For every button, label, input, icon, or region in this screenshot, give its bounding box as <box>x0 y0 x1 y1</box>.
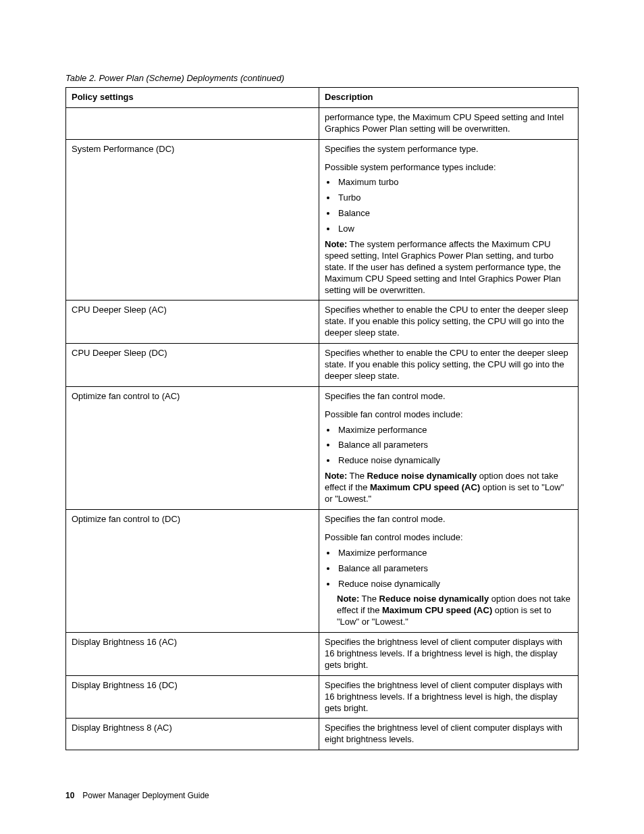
policy-table: Policy settings Description performance … <box>65 87 579 750</box>
table-header-row: Policy settings Description <box>66 88 579 108</box>
note-bold: Reduce noise dynamically <box>367 471 477 481</box>
table-row: CPU Deeper Sleep (DC) Specifies whether … <box>66 344 579 387</box>
description-cell: Specifies the system performance type. P… <box>319 139 579 301</box>
table-row: System Performance (DC) Specifies the sy… <box>66 139 579 301</box>
list-item: Reduce noise dynamically <box>337 579 572 590</box>
list-item: Low <box>337 224 572 235</box>
note-label: Note: <box>325 239 347 249</box>
description-cell: Specifies the fan control mode. Possible… <box>319 386 579 509</box>
desc-note: Note: The Reduce noise dynamically optio… <box>325 471 572 505</box>
policy-cell: CPU Deeper Sleep (DC) <box>66 344 319 387</box>
policy-cell: Optimize fan control to (DC) <box>66 509 319 632</box>
desc-list: Maximize performance Balance all paramet… <box>325 425 572 467</box>
note-label: Note: <box>337 594 359 604</box>
note-text: The system performance affects the Maxim… <box>325 239 561 295</box>
description-cell: performance type, the Maximum CPU Speed … <box>319 107 579 139</box>
list-item: Turbo <box>337 192 572 204</box>
table-row: Display Brightness 16 (DC) Specifies the… <box>66 675 579 719</box>
list-item: Maximize performance <box>337 425 572 436</box>
desc-list-intro: Possible fan control modes include: <box>325 409 572 421</box>
list-item: Balance all parameters <box>337 440 572 451</box>
desc-intro: Specifies the fan control mode. <box>325 391 572 402</box>
desc-intro: Specifies the fan control mode. <box>325 514 572 525</box>
policy-cell: Display Brightness 16 (AC) <box>66 633 319 676</box>
header-description: Description <box>319 88 579 108</box>
note-bold: Reduce noise dynamically <box>379 594 489 604</box>
description-cell: Specifies the brightness level of client… <box>319 675 579 719</box>
desc-list: Maximize performance Balance all paramet… <box>325 548 572 590</box>
table-row: Optimize fan control to (DC) Specifies t… <box>66 509 579 632</box>
list-item: Balance all parameters <box>337 563 572 575</box>
note-bold: Maximum CPU speed (AC) <box>370 482 480 492</box>
desc-list: Maximum turbo Turbo Balance Low <box>325 177 572 235</box>
list-item: Maximum turbo <box>337 177 572 188</box>
table-row: Display Brightness 8 (AC) Specifies the … <box>66 719 579 750</box>
description-cell: Specifies the fan control mode. Possible… <box>319 509 579 632</box>
desc-note: Note: The Reduce noise dynamically optio… <box>337 594 572 628</box>
list-item: Reduce noise dynamically <box>337 455 572 467</box>
table-row: Optimize fan control to (AC) Specifies t… <box>66 386 579 509</box>
footer-title: Power Manager Deployment Guide <box>82 791 209 800</box>
description-cell: Specifies whether to enable the CPU to e… <box>319 344 579 387</box>
policy-cell: CPU Deeper Sleep (AC) <box>66 301 319 344</box>
desc-note: Note: The system performance affects the… <box>325 239 572 296</box>
description-cell: Specifies the brightness level of client… <box>319 633 579 676</box>
note-label: Note: <box>325 471 347 481</box>
page-number: 10 <box>65 791 74 800</box>
policy-cell: Optimize fan control to (AC) <box>66 386 319 509</box>
policy-cell: Display Brightness 16 (DC) <box>66 675 319 719</box>
policy-cell <box>66 107 319 139</box>
desc-list-intro: Possible fan control modes include: <box>325 532 572 544</box>
table-row: performance type, the Maximum CPU Speed … <box>66 107 579 139</box>
policy-cell: Display Brightness 8 (AC) <box>66 719 319 750</box>
description-cell: Specifies whether to enable the CPU to e… <box>319 301 579 344</box>
header-policy: Policy settings <box>66 88 319 108</box>
table-row: Display Brightness 16 (AC) Specifies the… <box>66 633 579 676</box>
policy-cell: System Performance (DC) <box>66 139 319 301</box>
table-row: CPU Deeper Sleep (AC) Specifies whether … <box>66 301 579 344</box>
page: Table 2. Power Plan (Scheme) Deployments… <box>0 0 644 834</box>
table-caption: Table 2. Power Plan (Scheme) Deployments… <box>65 73 579 83</box>
note-bold: Maximum CPU speed (AC) <box>382 605 492 615</box>
list-item: Maximize performance <box>337 548 572 559</box>
description-cell: Specifies the brightness level of client… <box>319 719 579 750</box>
desc-list-intro: Possible system performance types includ… <box>325 162 572 174</box>
desc-intro: Specifies the system performance type. <box>325 144 572 155</box>
list-item: Balance <box>337 208 572 219</box>
page-footer: 10Power Manager Deployment Guide <box>65 791 209 800</box>
